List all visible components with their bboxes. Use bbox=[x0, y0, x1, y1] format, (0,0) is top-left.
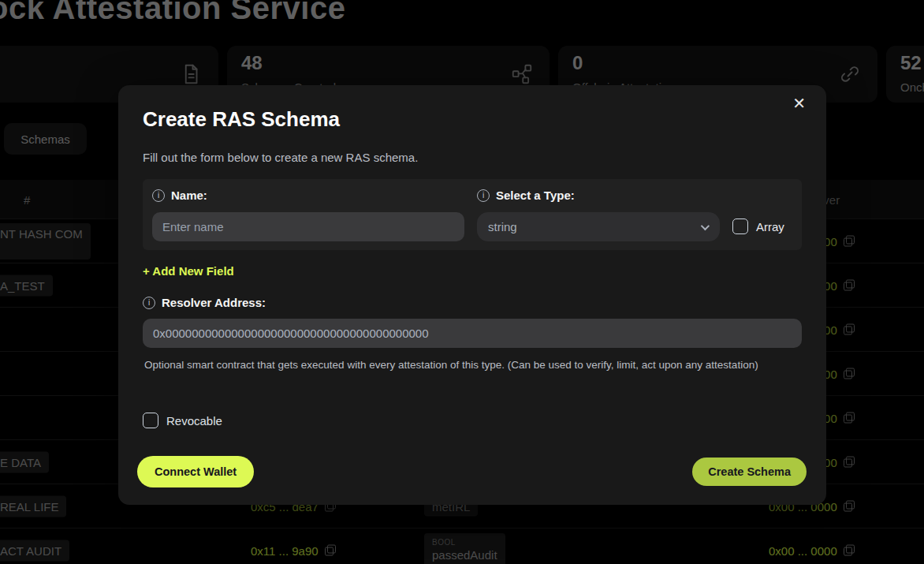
type-select[interactable]: string bbox=[477, 212, 720, 241]
revocable-checkbox[interactable] bbox=[143, 413, 158, 428]
array-checkbox-label: Array bbox=[756, 220, 784, 233]
resolver-help-text: Optional smart contract that gets execut… bbox=[144, 357, 767, 373]
revocable-checkbox-label: Revocable bbox=[166, 414, 222, 428]
type-select-value: string bbox=[488, 220, 517, 233]
chevron-down-icon bbox=[701, 221, 710, 230]
array-checkbox[interactable] bbox=[732, 219, 748, 234]
resolver-address-label: i Resolver Address: bbox=[143, 296, 266, 309]
modal-subtitle: Fill out the form below to create a new … bbox=[143, 151, 418, 164]
close-icon[interactable]: ✕ bbox=[792, 95, 806, 111]
array-checkbox-wrap: Array bbox=[732, 219, 784, 234]
create-schema-button[interactable]: Create Schema bbox=[692, 458, 807, 486]
info-icon: i bbox=[143, 297, 155, 309]
resolver-address-input[interactable] bbox=[143, 319, 802, 348]
info-icon: i bbox=[152, 189, 165, 202]
type-field-label: i Select a Type: bbox=[477, 189, 575, 202]
schema-field-form-section: i Name: i Select a Type: string Array bbox=[143, 179, 802, 250]
name-input[interactable] bbox=[152, 212, 464, 241]
create-schema-modal: ✕ Create RAS Schema Fill out the form be… bbox=[118, 85, 826, 505]
name-field-label: i Name: bbox=[152, 189, 207, 202]
add-new-field-link[interactable]: + Add New Field bbox=[143, 264, 234, 278]
revocable-checkbox-wrap: Revocable bbox=[143, 413, 222, 428]
modal-title: Create RAS Schema bbox=[143, 107, 340, 132]
connect-wallet-button[interactable]: Connect Wallet bbox=[137, 456, 254, 487]
info-icon: i bbox=[477, 189, 490, 202]
app-window: ock Attestation Service 48 Schemas Creat… bbox=[0, 0, 924, 564]
